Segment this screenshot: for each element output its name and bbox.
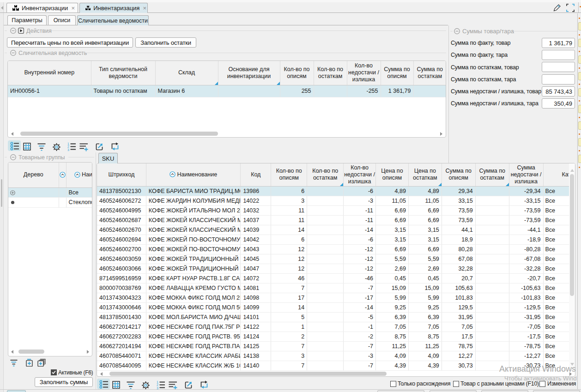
svg-text:3: 3 [67,148,69,151]
